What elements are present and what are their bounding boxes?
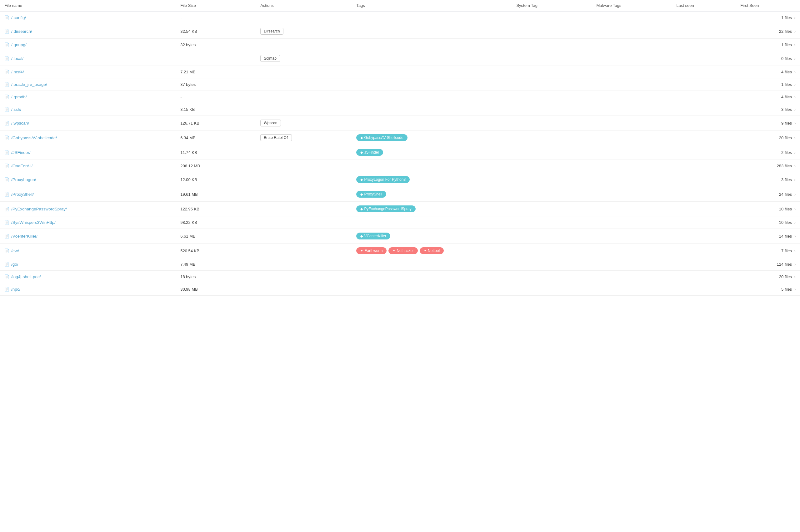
table-row[interactable]: 📄 /.dirsearch/ 32.54 KBDirsearch22 files… xyxy=(0,24,800,39)
file-link[interactable]: /ProxyLogon/ xyxy=(11,177,36,182)
table-row[interactable]: 📄 /.gnupg/ 32 bytes1 files › xyxy=(0,39,800,51)
files-count-cell[interactable]: 7 files › xyxy=(736,244,800,258)
malware-tag[interactable]: ✦Nethacker xyxy=(388,247,418,254)
files-count-cell[interactable]: 283 files › xyxy=(736,160,800,172)
files-count-cell[interactable]: 3 files › xyxy=(736,103,800,116)
table-row[interactable]: 📄 /GobypassAV-shellcode/ 6.34 MBBrute Ra… xyxy=(0,131,800,145)
file-link[interactable]: /SysWhispers3WinHttp/ xyxy=(11,220,56,225)
malware-tag[interactable]: ◆GobypassAV-Shellcode xyxy=(356,134,407,141)
table-row[interactable]: 📄 /.wpscan/ 126.71 KBWpscan9 files › xyxy=(0,116,800,131)
folder-icon: 📄 xyxy=(4,287,10,291)
file-link[interactable]: /.gnupg/ xyxy=(11,42,26,47)
file-link[interactable]: /.config/ xyxy=(11,15,26,20)
chevron-icon: › xyxy=(794,287,796,291)
file-link[interactable]: /JSFinder/ xyxy=(11,150,31,155)
action-tag[interactable]: Sqlmap xyxy=(260,55,280,62)
file-link[interactable]: /go/ xyxy=(11,262,18,267)
files-count-cell[interactable]: 10 files › xyxy=(736,216,800,229)
files-count-cell[interactable]: 4 files › xyxy=(736,91,800,103)
table-row[interactable]: 📄 /.ssh/ 3.15 KB3 files › xyxy=(0,103,800,116)
tags-cell xyxy=(352,24,512,39)
system-tag-cell xyxy=(512,187,592,202)
file-link[interactable]: /log4j-shell-poc/ xyxy=(11,274,41,279)
table-row[interactable]: 📄 /PyExchangePasswordSpray/ 122.95 KB◆Py… xyxy=(0,202,800,216)
table-row[interactable]: 📄 /go/ 7.49 MB124 files › xyxy=(0,258,800,271)
file-link[interactable]: /ProxyShell/ xyxy=(11,192,34,197)
files-count-cell[interactable]: 24 files › xyxy=(736,187,800,202)
file-link[interactable]: /.msf4/ xyxy=(11,70,24,74)
tags-cell xyxy=(352,271,512,283)
files-count-cell[interactable]: 3 files › xyxy=(736,172,800,187)
table-row[interactable]: 📄 /log4j-shell-poc/ 18 bytes20 files › xyxy=(0,271,800,283)
files-count-cell[interactable]: 1 files › xyxy=(736,11,800,24)
file-size-cell: - xyxy=(176,91,256,103)
malware-tag[interactable]: ✦Nettool xyxy=(420,247,444,254)
table-row[interactable]: 📄 /.msf4/ 7.21 MB4 files › xyxy=(0,66,800,78)
file-link[interactable]: /.rpmdb/ xyxy=(11,95,27,99)
table-row[interactable]: 📄 /.oracle_jre_usage/ 37 bytes1 files › xyxy=(0,78,800,91)
table-row[interactable]: 📄 /VcenterKiller/ 6.61 MB◆VCenterKiller1… xyxy=(0,229,800,244)
files-count-cell[interactable]: 1 files › xyxy=(736,78,800,91)
file-link[interactable]: /.dirsearch/ xyxy=(11,29,32,34)
last-seen-cell xyxy=(672,283,736,296)
file-link[interactable]: /ew/ xyxy=(11,248,19,253)
action-tag[interactable]: Wpscan xyxy=(260,119,280,127)
files-count-cell[interactable]: 9 files › xyxy=(736,116,800,131)
chevron-icon: › xyxy=(794,274,796,279)
file-link[interactable]: /.ssh/ xyxy=(11,107,21,112)
file-link[interactable]: /.oracle_jre_usage/ xyxy=(11,82,47,87)
table-row[interactable]: 📄 /ProxyShell/ 19.61 MB◆ProxyShell24 fil… xyxy=(0,187,800,202)
dash: - xyxy=(180,95,182,99)
table-row[interactable]: 📄 /ProxyLogon/ 12.00 KB◆ProxyLogon For P… xyxy=(0,172,800,187)
files-count-cell[interactable]: 20 files › xyxy=(736,271,800,283)
file-name-cell: 📄 /.oracle_jre_usage/ xyxy=(0,78,176,91)
table-row[interactable]: 📄 /JSFinder/ 11.74 KB◆JSFinder2 files › xyxy=(0,145,800,160)
last-seen-cell xyxy=(672,244,736,258)
malware-tags-label-cell xyxy=(592,202,672,216)
files-count-cell[interactable]: 2 files › xyxy=(736,145,800,160)
file-link[interactable]: /VcenterKiller/ xyxy=(11,234,37,239)
malware-tag[interactable]: ◆VCenterKiller xyxy=(356,233,390,240)
malware-tag[interactable]: ◆ProxyShell xyxy=(356,191,386,197)
last-seen-cell xyxy=(672,78,736,91)
malware-tag[interactable]: ◆JSFinder xyxy=(356,149,383,156)
malware-tag[interactable]: ◆ProxyLogon For Python3 xyxy=(356,176,410,183)
file-link[interactable]: /.wpscan/ xyxy=(11,121,29,126)
files-count-cell[interactable]: 10 files › xyxy=(736,202,800,216)
files-count-cell[interactable]: 124 files › xyxy=(736,258,800,271)
files-count-cell[interactable]: 0 files › xyxy=(736,51,800,66)
table-row[interactable]: 📄 /SysWhispers3WinHttp/ 98.22 KB10 files… xyxy=(0,216,800,229)
table-row[interactable]: 📄 /npc/ 30.98 MB5 files › xyxy=(0,283,800,296)
chevron-icon: › xyxy=(794,248,796,253)
file-link[interactable]: /PyExchangePasswordSpray/ xyxy=(11,207,67,211)
file-link[interactable]: /OneForAll/ xyxy=(11,164,33,168)
file-link[interactable]: /.local/ xyxy=(11,56,23,61)
malware-icon: ✦ xyxy=(424,249,426,253)
table-row[interactable]: 📄 /.local/ -Sqlmap0 files › xyxy=(0,51,800,66)
tags-cell xyxy=(352,283,512,296)
files-count-cell[interactable]: 5 files › xyxy=(736,283,800,296)
file-link[interactable]: /GobypassAV-shellcode/ xyxy=(11,135,57,140)
file-size-cell: 19.61 MB xyxy=(176,187,256,202)
malware-tag[interactable]: ◆PyExchangePasswordSpray xyxy=(356,205,415,212)
last-seen-cell xyxy=(672,145,736,160)
files-count-cell[interactable]: 14 files › xyxy=(736,229,800,244)
file-name-cell: 📄 /.rpmdb/ xyxy=(0,91,176,103)
malware-tag[interactable]: ✦Earthworm xyxy=(356,247,386,254)
files-count-cell[interactable]: 22 files › xyxy=(736,24,800,39)
actions-cell xyxy=(256,91,352,103)
table-row[interactable]: 📄 /ew/ 520.54 KB✦Earthworm✦Nethacker✦Net… xyxy=(0,244,800,258)
folder-icon: 📄 xyxy=(4,164,10,168)
files-count-cell[interactable]: 1 files › xyxy=(736,39,800,51)
action-tag[interactable]: Brute Ratel C4 xyxy=(260,134,292,141)
file-link[interactable]: /npc/ xyxy=(11,287,20,291)
last-seen-cell xyxy=(672,172,736,187)
table-row[interactable]: 📄 /.config/ -1 files › xyxy=(0,11,800,24)
table-row[interactable]: 📄 /.rpmdb/ -4 files › xyxy=(0,91,800,103)
files-count-cell[interactable]: 20 files › xyxy=(736,131,800,145)
last-seen-cell xyxy=(672,51,736,66)
last-seen-cell xyxy=(672,11,736,24)
table-row[interactable]: 📄 /OneForAll/ 206.12 MB283 files › xyxy=(0,160,800,172)
files-count-cell[interactable]: 4 files › xyxy=(736,66,800,78)
action-tag[interactable]: Dirsearch xyxy=(260,28,283,35)
